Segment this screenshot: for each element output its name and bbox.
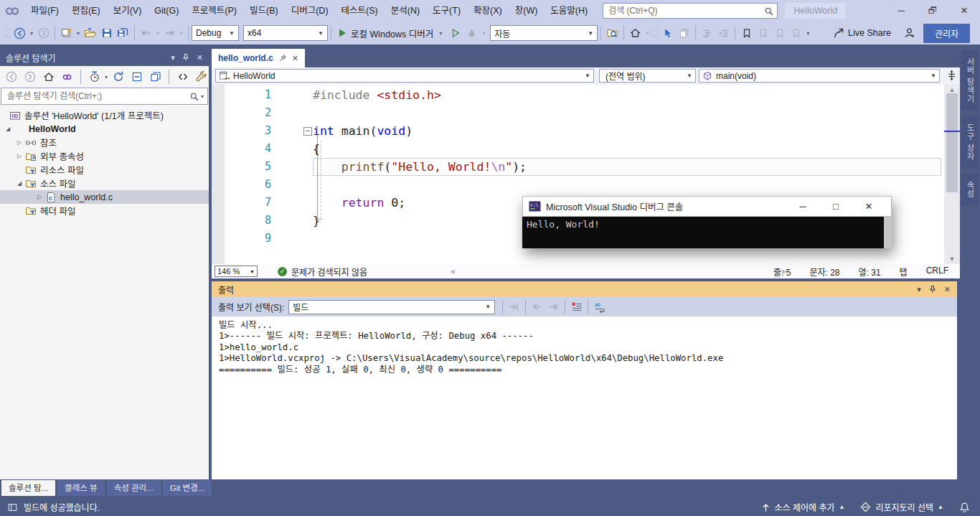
- quick-search-input[interactable]: [607, 5, 764, 17]
- undo-button[interactable]: [138, 24, 154, 42]
- menu-item-2[interactable]: 보기(V): [107, 0, 149, 22]
- tree-item[interactable]: ▷참조: [0, 136, 209, 149]
- console-close-button[interactable]: ✕: [852, 201, 885, 212]
- platform-combo[interactable]: x64▼: [243, 25, 328, 41]
- panel-tab-3[interactable]: Git 변경...: [163, 480, 212, 496]
- tree-expander-icon[interactable]: ▷: [14, 139, 24, 146]
- split-editor-icon[interactable]: [946, 70, 957, 81]
- debug-console-window[interactable]: c:\ Microsoft Visual Studio 디버그 콘솔 ─ □ ✕…: [522, 196, 892, 248]
- menu-item-12[interactable]: 도움말(H): [544, 0, 594, 22]
- next-bookmark-button[interactable]: [771, 24, 788, 42]
- menu-item-0[interactable]: 파일(F): [24, 0, 65, 22]
- pin-icon[interactable]: [928, 285, 937, 294]
- admin-badge[interactable]: 관리자: [923, 24, 970, 43]
- tree-expander-icon[interactable]: ◢: [14, 180, 24, 187]
- collapse-all-button[interactable]: [128, 68, 145, 85]
- close-icon[interactable]: ✕: [944, 285, 951, 294]
- panel-tab-1[interactable]: 클래스 뷰: [57, 480, 105, 496]
- clear-bookmarks-button[interactable]: [788, 24, 804, 42]
- start-without-debugging-button[interactable]: [447, 24, 463, 42]
- pin-tab-icon[interactable]: [278, 54, 287, 62]
- find-in-files-button[interactable]: [604, 24, 621, 42]
- scrollbar-thumb[interactable]: [946, 93, 958, 192]
- redo-button[interactable]: [161, 24, 178, 42]
- console-minimize-button[interactable]: ─: [786, 201, 819, 212]
- console-output-area[interactable]: Hello, World!: [522, 217, 892, 248]
- add-to-source-control-button[interactable]: 소스 제어에 추가 ▲: [761, 501, 845, 513]
- close-icon[interactable]: ✕: [197, 53, 203, 62]
- live-share-button[interactable]: Live Share: [833, 27, 891, 39]
- nav-scope-combo[interactable]: (전역 범위)▼: [599, 69, 696, 83]
- window-position-icon[interactable]: ▾: [917, 285, 921, 294]
- previous-bookmark-button[interactable]: [755, 24, 771, 42]
- output-panel-header[interactable]: 출력 ▾ ✕: [212, 281, 957, 297]
- clear-output-button[interactable]: [568, 299, 585, 316]
- hscroll-left-arrow[interactable]: ◀: [450, 268, 455, 275]
- solution-explorer-header[interactable]: 솔루션 탐색기 ▾ ✕: [0, 49, 209, 66]
- run-to-cursor-button[interactable]: [659, 24, 676, 42]
- right-tab-1[interactable]: 도구 상자: [961, 116, 979, 168]
- menu-item-6[interactable]: 디버그(D): [285, 0, 335, 22]
- se-home-button[interactable]: [40, 68, 57, 85]
- panel-tab-2[interactable]: 속성 관리...: [107, 480, 161, 496]
- tree-item[interactable]: 리소스 파일: [0, 163, 209, 177]
- properties-wrench-button[interactable]: [193, 68, 209, 85]
- close-button[interactable]: ✕: [948, 0, 980, 22]
- save-button[interactable]: [98, 24, 115, 42]
- scroll-down-arrow[interactable]: ▼: [944, 255, 960, 263]
- tree-item[interactable]: ◢HelloWorld: [0, 122, 209, 136]
- home-sync-button[interactable]: [627, 24, 644, 42]
- redo-dropdown[interactable]: ▾: [178, 30, 185, 37]
- view-code-button[interactable]: [174, 68, 191, 85]
- nav-project-combo[interactable]: ++ HelloWorld▼: [215, 69, 594, 83]
- right-tab-0[interactable]: 서버 탐색기: [961, 50, 979, 111]
- notifications-bell-icon[interactable]: [959, 502, 970, 513]
- select-repository-button[interactable]: 리포지토리 선택 ▲: [860, 501, 943, 513]
- switch-views-button[interactable]: [59, 68, 75, 85]
- output-view-combo[interactable]: 빌드▼: [288, 300, 495, 314]
- console-title-bar[interactable]: c:\ Microsoft Visual Studio 디버그 콘솔 ─ □ ✕: [522, 196, 892, 217]
- menu-item-8[interactable]: 분석(N): [385, 0, 426, 22]
- filter-dropdown[interactable]: ▾: [105, 74, 108, 80]
- navigate-back-button[interactable]: [11, 24, 28, 42]
- save-all-button[interactable]: [115, 24, 131, 42]
- editor-tab-hello-world[interactable]: hello_world.c ✕: [212, 49, 305, 67]
- hot-reload-mode-combo[interactable]: 자동▼: [490, 25, 598, 41]
- restore-button[interactable]: 🗗: [917, 0, 948, 22]
- tree-item[interactable]: ▷chello_world.c: [0, 190, 209, 204]
- menu-item-7[interactable]: 테스트(S): [335, 0, 385, 22]
- solution-explorer-search-box[interactable]: ▾: [1, 88, 208, 105]
- editor-vertical-scrollbar[interactable]: ▲ ▼: [944, 85, 960, 264]
- zoom-level-combo[interactable]: 146 %▼: [215, 266, 258, 277]
- undo-dropdown[interactable]: ▾: [154, 30, 161, 37]
- properties-button[interactable]: [147, 68, 164, 85]
- document-health-indicator[interactable]: ✓ 문제가 검색되지 않음: [278, 266, 367, 278]
- console-maximize-button[interactable]: □: [819, 201, 852, 212]
- goto-message-button[interactable]: [506, 299, 522, 316]
- se-forward-button[interactable]: [22, 68, 38, 85]
- minimize-button[interactable]: ─: [885, 0, 917, 22]
- pending-changes-filter-button[interactable]: [86, 68, 103, 85]
- tree-item[interactable]: 헤더 파일: [0, 204, 209, 217]
- tree-item[interactable]: ▷외부 종속성: [0, 149, 209, 163]
- previous-message-button[interactable]: [529, 299, 545, 316]
- scroll-up-arrow[interactable]: ▲: [944, 86, 960, 93]
- tree-item[interactable]: ◢소스 파일: [0, 177, 209, 190]
- indent-increase-button[interactable]: [715, 24, 732, 42]
- toolbar-overflow[interactable]: ▾: [804, 30, 811, 37]
- solution-explorer-search-input[interactable]: [6, 90, 189, 102]
- menu-item-3[interactable]: Git(G): [148, 0, 185, 22]
- console-scrollbar[interactable]: [884, 217, 892, 248]
- configuration-combo[interactable]: Debug▼: [192, 25, 239, 41]
- panel-tab-0[interactable]: 솔루션 탐...: [1, 480, 55, 496]
- hscroll-right-arrow[interactable]: ▶: [782, 268, 787, 275]
- se-back-button[interactable]: [3, 68, 19, 85]
- navigate-forward-button[interactable]: [35, 24, 52, 42]
- search-options-dropdown[interactable]: ▾: [199, 93, 206, 100]
- navigate-back-dropdown[interactable]: ▾: [28, 30, 35, 37]
- copy-parent-button[interactable]: [676, 24, 692, 42]
- quick-search-box[interactable]: [603, 3, 778, 19]
- start-debugging-button[interactable]: 로컬 Windows 디버거 ▾: [337, 27, 444, 40]
- nav-member-combo[interactable]: main(void)▼: [699, 69, 940, 83]
- hot-reload-dropdown[interactable]: ▾: [480, 30, 487, 37]
